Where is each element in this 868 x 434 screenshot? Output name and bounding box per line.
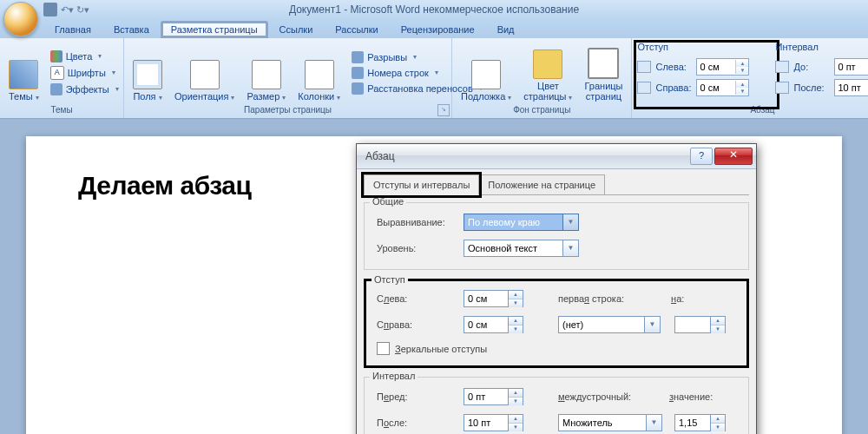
space-after-label: После: [793, 82, 830, 93]
fonts-icon: A [50, 66, 64, 80]
group-label-page-setup: Параметры страницы [129, 103, 446, 116]
line-spacing-label: междустрочный: [558, 391, 645, 402]
dialog-close-button[interactable]: ✕ [714, 148, 753, 165]
undo-icon[interactable]: ↶ [61, 4, 65, 16]
ribbon: Темы Цвета AШрифты Эффекты Темы Поля Ори… [0, 38, 868, 119]
margins-button[interactable]: Поля [129, 42, 166, 103]
level-label: Уровень: [377, 243, 464, 253]
first-line-combo[interactable]: ▼ [558, 316, 661, 333]
first-line-on-spinner[interactable]: ▲▼ [674, 316, 726, 333]
columns-button[interactable]: Колонки [294, 42, 344, 103]
dlg-indent-left-label: Слева: [377, 293, 464, 304]
fieldset-spacing: Интервал Перед: ▲▼ междустрочный: значен… [364, 377, 749, 434]
indent-left-label: Слева: [655, 62, 692, 72]
line-spacing-value-spinner[interactable]: ▲▼ [674, 414, 726, 431]
dialog-title: Абзац [365, 150, 395, 162]
legend-spacing: Интервал [370, 371, 418, 381]
mirror-indents-label: Зеркальные отступы [395, 344, 487, 354]
themes-button[interactable]: Темы [5, 42, 43, 103]
tab-insert[interactable]: Вставка [102, 20, 161, 38]
space-after-spinner[interactable]: ▲▼ [834, 79, 868, 96]
on-label: на: [671, 293, 684, 304]
group-page-setup: Поля Ориентация Размер Колонки Разрывы Н… [124, 38, 452, 118]
orientation-icon [190, 60, 220, 89]
hyphenation-icon [352, 82, 364, 95]
orientation-button[interactable]: Ориентация [171, 42, 238, 103]
indent-left-icon [637, 61, 651, 73]
office-button[interactable] [3, 2, 38, 36]
space-after-icon [775, 82, 789, 94]
fieldset-indent: Отступ Слева: ▲▼ первая строка: на: Спра… [364, 279, 749, 368]
space-before-label: До: [793, 62, 830, 72]
redo-icon[interactable]: ↻ [76, 4, 81, 16]
group-label-paragraph: Абзац [637, 103, 868, 116]
dlg-after-spinner[interactable]: ▲▼ [464, 414, 523, 431]
margins-icon [133, 60, 162, 89]
alignment-label: Выравнивание: [377, 217, 464, 227]
page-borders-icon [588, 48, 619, 79]
dlg-before-spinner[interactable]: ▲▼ [464, 388, 523, 405]
space-before-spinner[interactable]: ▲▼ [834, 58, 868, 76]
paragraph-dialog: Абзац ? ✕ Отступы и интервалы Положение … [356, 143, 757, 434]
space-before-icon [775, 61, 789, 73]
columns-icon [305, 60, 334, 89]
dlg-before-label: Перед: [377, 391, 464, 402]
dialog-help-button[interactable]: ? [690, 148, 713, 165]
page-borders-button[interactable]: Границы страниц [581, 42, 626, 103]
dialog-tab-position[interactable]: Положение на странице [478, 174, 605, 195]
tab-page-layout[interactable]: Разметка страницы [161, 21, 268, 38]
watermark-icon [471, 60, 501, 89]
legend-indent: Отступ [372, 274, 408, 285]
group-label-themes: Темы [5, 103, 118, 116]
value-label: значение: [669, 391, 713, 402]
tab-review[interactable]: Рецензирование [390, 20, 486, 38]
page-color-icon [533, 49, 562, 79]
size-button[interactable]: Размер [243, 42, 289, 103]
first-line-label: первая строка: [558, 293, 624, 304]
fieldset-general: Общие Выравнивание: ▼ Уровень: ▼ [364, 202, 749, 270]
themes-icon [9, 60, 38, 89]
page-color-button[interactable]: Цвет страницы [520, 42, 575, 103]
group-page-background: Подложка Цвет страницы Границы страниц Ф… [452, 38, 632, 118]
ribbon-tabs: Главная Вставка Разметка страницы Ссылки… [0, 19, 868, 38]
dlg-indent-right-spinner[interactable]: ▲▼ [464, 316, 523, 333]
tab-references[interactable]: Ссылки [268, 20, 325, 38]
save-icon[interactable] [43, 3, 57, 16]
mirror-indents-checkbox[interactable] [377, 342, 390, 355]
alignment-combo[interactable]: ▼ [464, 214, 579, 231]
level-combo[interactable]: ▼ [464, 240, 579, 257]
indent-right-spinner[interactable]: ▲▼ [696, 79, 749, 96]
dialog-tab-indents[interactable]: Отступы и интервалы [364, 174, 479, 195]
effects-icon [50, 83, 62, 95]
group-themes: Темы Цвета AШрифты Эффекты Темы [0, 38, 124, 118]
tab-home[interactable]: Главная [43, 20, 102, 38]
breaks-icon [352, 51, 364, 63]
dlg-after-label: После: [377, 418, 464, 428]
dlg-indent-left-spinner[interactable]: ▲▼ [464, 290, 523, 307]
theme-fonts-button[interactable]: AШрифты [48, 65, 122, 81]
page-setup-launcher[interactable]: ↘ [437, 104, 450, 116]
indent-heading: Отступ [637, 42, 749, 52]
colors-icon [50, 50, 62, 62]
line-spacing-combo[interactable]: ▼ [558, 414, 662, 431]
indent-left-spinner[interactable]: ▲▼ [696, 58, 749, 76]
quick-access-toolbar: ↶ ▾ ↻ ▾ [43, 3, 89, 16]
watermark-button[interactable]: Подложка [457, 42, 515, 103]
dlg-indent-right-label: Справа: [377, 319, 464, 330]
group-paragraph: Отступ Слева:▲▼ Справа:▲▼ Интервал До:▲▼… [632, 38, 868, 118]
group-label-page-bg: Фон страницы [457, 103, 626, 116]
size-icon [252, 60, 281, 89]
tab-view[interactable]: Вид [486, 20, 526, 38]
indent-right-icon [637, 82, 651, 94]
window-title: Документ1 - Microsoft Word некоммерческо… [289, 3, 579, 16]
indent-right-label: Справа: [655, 82, 692, 93]
spacing-heading: Интервал [775, 42, 868, 52]
line-numbers-icon [352, 67, 364, 79]
theme-colors-button[interactable]: Цвета [48, 49, 122, 63]
legend-general: Общие [370, 196, 406, 207]
theme-effects-button[interactable]: Эффекты [48, 82, 122, 96]
tab-mailings[interactable]: Рассылки [324, 20, 389, 38]
